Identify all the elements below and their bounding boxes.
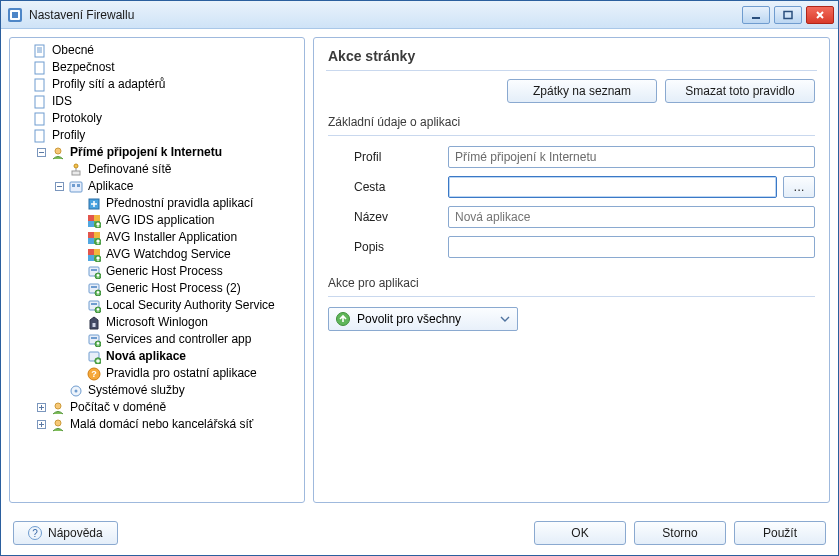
app-item-icon — [86, 196, 102, 212]
tree-label: Services and controller app — [106, 331, 251, 348]
tree-item-profily-siti[interactable]: Profily sítí a adaptérů — [12, 76, 302, 93]
main-panel: Akce stránky Zpátky na seznam Smazat tot… — [313, 37, 830, 503]
svg-rect-30 — [88, 221, 94, 227]
profile-icon — [50, 417, 66, 433]
profile-field — [448, 146, 815, 168]
svg-rect-38 — [88, 249, 94, 255]
tree-label: Přímé připojení k Internetu — [70, 144, 222, 161]
tree-item-app[interactable]: Generic Host Process — [12, 263, 302, 280]
apply-button[interactable]: Použít — [734, 521, 826, 545]
tree-item-protokoly[interactable]: Protokoly — [12, 110, 302, 127]
help-button[interactable]: ? Nápověda — [13, 521, 118, 545]
svg-text:?: ? — [91, 369, 97, 379]
tree-item-pocitac-v-domene[interactable]: Počítač v doméně — [12, 399, 302, 416]
row-name: Název — [328, 206, 815, 228]
tree-label: Aplikace — [88, 178, 133, 195]
client-area: Obecné Bezpečnost Profily sítí a adaptér… — [1, 29, 838, 511]
window: Nastavení Firewallu Obecné Bezpečnost Pr… — [0, 0, 839, 556]
tree-item-app[interactable]: AVG Watchdog Service — [12, 246, 302, 263]
row-path: Cesta ... — [328, 176, 815, 198]
expand-icon[interactable] — [34, 418, 48, 432]
svg-rect-26 — [77, 184, 80, 187]
tree-item-obecne[interactable]: Obecné — [12, 42, 302, 59]
app-item-icon — [86, 349, 102, 365]
dropdown-label: Povolit pro všechny — [357, 312, 461, 326]
label-desc: Popis — [328, 240, 448, 254]
app-item-icon — [86, 213, 102, 229]
page-icon — [32, 60, 48, 76]
svg-rect-7 — [35, 45, 44, 57]
close-button[interactable] — [806, 6, 834, 24]
svg-rect-12 — [35, 79, 44, 91]
tree-item-app[interactable]: AVG Installer Application — [12, 229, 302, 246]
divider — [328, 296, 815, 297]
allow-icon — [335, 311, 351, 327]
group-title: Akce pro aplikaci — [328, 276, 815, 290]
tree-label: Protokoly — [52, 110, 102, 127]
tree-item-mala-domaci[interactable]: Malá domácí nebo kancelářská síť — [12, 416, 302, 433]
tree-label: Bezpečnost — [52, 59, 115, 76]
svg-rect-15 — [35, 130, 44, 142]
expand-icon[interactable] — [34, 401, 48, 415]
svg-rect-28 — [88, 215, 94, 221]
collapse-icon[interactable] — [52, 180, 66, 194]
tree-label: AVG IDS application — [106, 212, 215, 229]
tree-item-systemove-sluzby[interactable]: Systémové služby — [12, 382, 302, 399]
row-profile: Profil — [328, 146, 815, 168]
tree-item-profily[interactable]: Profily — [12, 127, 302, 144]
tree-item-definovane-site[interactable]: Definované sítě — [12, 161, 302, 178]
services-icon — [68, 383, 84, 399]
tree-item-app[interactable]: AVG IDS application — [12, 212, 302, 229]
ok-button[interactable]: OK — [534, 521, 626, 545]
delete-rule-button[interactable]: Smazat toto pravidlo — [665, 79, 815, 103]
app-item-icon — [86, 298, 102, 314]
tree-label: Profily — [52, 127, 85, 144]
tree-item-prime-pripojeni[interactable]: Přímé připojení k Internetu — [12, 144, 302, 161]
apps-icon — [68, 179, 84, 195]
path-field[interactable] — [448, 176, 777, 198]
tree-label: Malá domácí nebo kancelářská síť — [70, 416, 253, 433]
svg-rect-20 — [72, 171, 80, 175]
tree-item-ids[interactable]: IDS — [12, 93, 302, 110]
tree-item-app[interactable]: ?Pravidla pro ostatní aplikace — [12, 365, 302, 382]
tree-label: Systémové služby — [88, 382, 185, 399]
page-icon — [32, 128, 48, 144]
tree-item-app[interactable]: Generic Host Process (2) — [12, 280, 302, 297]
back-to-list-button[interactable]: Zpátky na seznam — [507, 79, 657, 103]
svg-rect-4 — [784, 11, 792, 18]
network-icon — [68, 162, 84, 178]
svg-point-18 — [55, 148, 61, 154]
tree-label: Pravidla pro ostatní aplikace — [106, 365, 257, 382]
cancel-button[interactable]: Storno — [634, 521, 726, 545]
svg-rect-33 — [88, 232, 94, 238]
app-item-icon — [86, 315, 102, 331]
svg-point-19 — [74, 164, 78, 168]
titlebar: Nastavení Firewallu — [1, 1, 838, 29]
minimize-button[interactable] — [742, 6, 770, 24]
svg-rect-34 — [94, 232, 100, 238]
collapse-icon[interactable] — [34, 146, 48, 160]
browse-button[interactable]: ... — [783, 176, 815, 198]
svg-point-65 — [55, 403, 61, 409]
tree-panel[interactable]: Obecné Bezpečnost Profily sítí a adaptér… — [9, 37, 305, 503]
tree-item-aplikace[interactable]: Aplikace — [12, 178, 302, 195]
app-item-icon — [86, 281, 102, 297]
tree-item-app[interactable]: Přednostní pravidla aplikací — [12, 195, 302, 212]
desc-field[interactable] — [448, 236, 815, 258]
action-dropdown[interactable]: Povolit pro všechny — [328, 307, 518, 331]
name-field[interactable] — [448, 206, 815, 228]
tree-label: Microsoft Winlogon — [106, 314, 208, 331]
svg-rect-50 — [91, 303, 97, 305]
tree-item-app[interactable]: Microsoft Winlogon — [12, 314, 302, 331]
page-title: Akce stránky — [314, 38, 829, 70]
svg-rect-29 — [94, 215, 100, 221]
page-icon — [32, 43, 48, 59]
svg-rect-40 — [88, 255, 94, 261]
tree-item-app[interactable]: Local Security Authority Service — [12, 297, 302, 314]
tree-item-app[interactable]: Services and controller app — [12, 331, 302, 348]
tree-label: Generic Host Process (2) — [106, 280, 241, 297]
maximize-button[interactable] — [774, 6, 802, 24]
tree-item-app[interactable]: Nová aplikace — [12, 348, 302, 365]
page-icon — [32, 111, 48, 127]
tree-item-bezpecnost[interactable]: Bezpečnost — [12, 59, 302, 76]
